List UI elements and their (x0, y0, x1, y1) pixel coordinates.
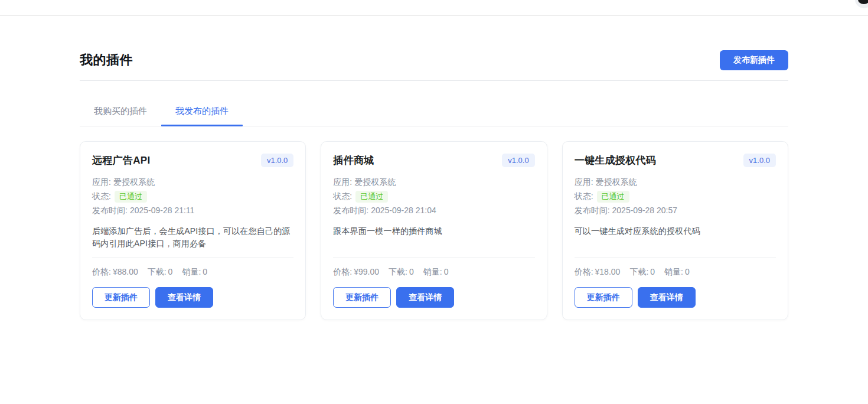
card-divider (333, 257, 534, 258)
sales-stat: 销量:0 (423, 267, 449, 278)
plugin-name: 远程广告API (92, 154, 150, 167)
app-line: 应用:爱授权系统 (92, 175, 293, 189)
top-navigation-bar (0, 0, 868, 16)
app-value: 爱授权系统 (113, 177, 155, 187)
sales-value: 0 (444, 267, 449, 276)
user-avatar-icon[interactable] (855, 0, 868, 8)
plugin-card: 一键生成授权代码 v1.0.0 应用:爱授权系统 状态:已通过 发布时间:202… (562, 141, 788, 320)
version-badge: v1.0.0 (502, 154, 534, 167)
card-bottom: 价格:¥88.00 下载:0 销量:0 更新插件 查看详情 (92, 257, 293, 308)
published-line: 发布时间:2025-09-28 21:11 (92, 203, 293, 217)
published-value: 2025-09-28 21:04 (371, 206, 436, 215)
version-badge: v1.0.0 (743, 154, 776, 167)
published-label: 发布时间: (575, 206, 610, 215)
card-divider (92, 257, 293, 258)
published-line: 发布时间:2025-09-28 21:04 (333, 203, 534, 217)
downloads-label: 下载: (389, 267, 407, 276)
version-badge: v1.0.0 (261, 154, 293, 167)
plugin-meta: 应用:爱授权系统 状态:已通过 发布时间:2025-09-28 20:57 (575, 175, 776, 217)
published-value: 2025-09-28 20:57 (612, 206, 678, 215)
stats-row: 价格:¥88.00 下载:0 销量:0 (92, 267, 293, 278)
sales-label: 销量: (182, 267, 201, 276)
price-label: 价格: (333, 267, 352, 276)
status-badge: 已通过 (355, 191, 388, 203)
card-actions: 更新插件 查看详情 (575, 287, 776, 308)
publish-new-plugin-button[interactable]: 发布新插件 (720, 50, 788, 70)
price-label: 价格: (92, 267, 111, 276)
update-plugin-button[interactable]: 更新插件 (333, 287, 391, 308)
status-badge: 已通过 (115, 191, 147, 203)
downloads-stat: 下载:0 (148, 267, 173, 278)
status-label: 状态: (575, 191, 593, 201)
update-plugin-button[interactable]: 更新插件 (92, 287, 150, 308)
sales-value: 0 (685, 267, 690, 276)
plugin-card: 远程广告API v1.0.0 应用:爱授权系统 状态:已通过 发布时间:2025… (80, 141, 306, 320)
status-badge: 已通过 (597, 191, 629, 203)
status-label: 状态: (333, 191, 352, 201)
view-details-button[interactable]: 查看详情 (155, 287, 213, 308)
price-value: ¥18.00 (595, 267, 621, 276)
sales-stat: 销量:0 (664, 267, 690, 278)
page-header: 我的插件 发布新插件 (80, 16, 788, 81)
stats-row: 价格:¥99.00 下载:0 销量:0 (333, 267, 534, 278)
card-header: 插件商城 v1.0.0 (333, 154, 534, 167)
downloads-stat: 下载:0 (389, 267, 414, 278)
card-actions: 更新插件 查看详情 (333, 287, 534, 308)
downloads-stat: 下载:0 (629, 267, 655, 278)
published-line: 发布时间:2025-09-28 20:57 (575, 203, 776, 217)
app-value: 爱授权系统 (596, 177, 637, 187)
card-header: 远程广告API v1.0.0 (92, 154, 293, 167)
plugin-meta: 应用:爱授权系统 状态:已通过 发布时间:2025-09-28 21:04 (333, 175, 534, 217)
published-label: 发布时间: (333, 206, 368, 215)
price-value: ¥88.00 (113, 267, 138, 276)
plugin-meta: 应用:爱授权系统 状态:已通过 发布时间:2025-09-28 21:11 (92, 175, 293, 217)
downloads-label: 下载: (148, 267, 167, 276)
plugin-description: 后端添加广告后，会生成API接口，可以在您自己的源码内引用此API接口，商用必备 (92, 225, 293, 250)
downloads-value: 0 (650, 267, 655, 276)
view-details-button[interactable]: 查看详情 (638, 287, 696, 308)
status-label: 状态: (92, 191, 111, 201)
update-plugin-button[interactable]: 更新插件 (575, 287, 632, 308)
app-label: 应用: (92, 177, 111, 187)
sales-stat: 销量:0 (182, 267, 207, 278)
plugin-card: 插件商城 v1.0.0 应用:爱授权系统 状态:已通过 发布时间:2025-09… (321, 141, 547, 320)
downloads-label: 下载: (629, 267, 648, 276)
plugin-description: 跟本界面一模一样的插件商城 (333, 225, 534, 237)
card-bottom: 价格:¥18.00 下载:0 销量:0 更新插件 查看详情 (575, 257, 776, 308)
price-label: 价格: (575, 267, 593, 276)
price-stat: 价格:¥88.00 (92, 267, 138, 278)
card-header: 一键生成授权代码 v1.0.0 (575, 154, 776, 167)
sales-value: 0 (203, 267, 207, 276)
card-divider (575, 257, 776, 258)
published-value: 2025-09-28 21:11 (130, 206, 195, 215)
app-line: 应用:爱授权系统 (333, 175, 534, 189)
app-label: 应用: (333, 177, 352, 187)
plugin-card-grid: 远程广告API v1.0.0 应用:爱授权系统 状态:已通过 发布时间:2025… (80, 141, 788, 320)
price-value: ¥99.00 (354, 267, 379, 276)
card-bottom: 价格:¥99.00 下载:0 销量:0 更新插件 查看详情 (333, 257, 534, 308)
published-label: 发布时间: (92, 206, 128, 215)
app-value: 爱授权系统 (354, 177, 396, 187)
stats-row: 价格:¥18.00 下载:0 销量:0 (575, 267, 776, 278)
app-line: 应用:爱授权系统 (575, 175, 776, 189)
downloads-value: 0 (409, 267, 414, 276)
downloads-value: 0 (168, 267, 173, 276)
price-stat: 价格:¥99.00 (333, 267, 379, 278)
status-line: 状态:已通过 (575, 189, 776, 203)
status-line: 状态:已通过 (333, 189, 534, 203)
sales-label: 销量: (423, 267, 442, 276)
price-stat: 价格:¥18.00 (575, 267, 621, 278)
sales-label: 销量: (664, 267, 683, 276)
plugin-tabs: 我购买的插件 我发布的插件 (80, 97, 788, 126)
plugin-description: 可以一键生成对应系统的授权代码 (575, 225, 776, 237)
card-actions: 更新插件 查看详情 (92, 287, 293, 308)
plugin-name: 插件商城 (333, 154, 374, 167)
main-content: 我的插件 发布新插件 我购买的插件 我发布的插件 远程广告API v1.0.0 … (80, 16, 788, 320)
page-title: 我的插件 (80, 51, 133, 69)
app-label: 应用: (575, 177, 593, 187)
plugin-name: 一键生成授权代码 (575, 154, 656, 167)
view-details-button[interactable]: 查看详情 (396, 287, 454, 308)
tab-published-plugins[interactable]: 我发布的插件 (161, 97, 243, 126)
status-line: 状态:已通过 (92, 189, 293, 203)
tab-purchased-plugins[interactable]: 我购买的插件 (80, 97, 161, 126)
